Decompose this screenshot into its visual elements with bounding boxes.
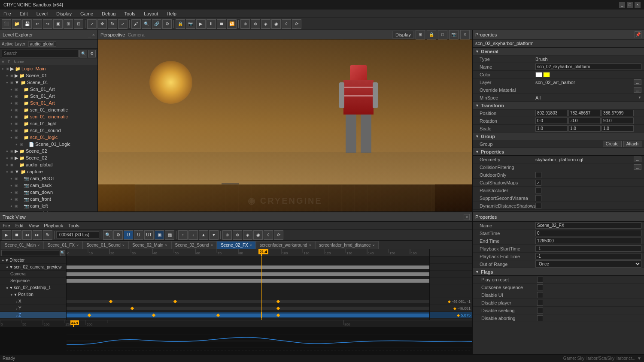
track-key3-btn[interactable]: UT [144,230,154,240]
close-button[interactable]: × [635,2,641,8]
toolbar-misc2[interactable]: ⊗ [251,19,260,29]
level-explorer-search-btn[interactable]: 🔍 [79,50,87,57]
track-loop-btn[interactable]: ↻ [43,230,52,240]
viewport-close-btn[interactable]: × [460,30,470,39]
toolbar-loop[interactable]: 🔁 [227,19,237,29]
track-key5-btn[interactable]: ▦ [165,230,174,240]
bottom-prop-name-input[interactable] [535,222,641,229]
menu-tools[interactable]: Tools [122,10,137,17]
timeline-row-z[interactable] [67,312,429,319]
toolbar-pause[interactable]: ⏸ [207,19,216,29]
tab-scene02-main[interactable]: Scene_02_Main × [128,241,171,249]
level-explorer-settings-btn[interactable]: ⚙ [88,50,96,57]
track-search-btn[interactable]: 🔍 [60,250,65,256]
list-item[interactable]: ● ▣ 📷 cam_down [0,189,97,196]
list-item[interactable]: ● ▣ ▼ 📁 Scene_01 [0,79,97,86]
track-view-menu-file[interactable]: File [3,223,10,228]
prop-create-btn[interactable]: Create [603,141,622,147]
prop-secondvisarea-checkbox[interactable] [535,195,541,201]
track-key2-btn[interactable]: U [134,230,143,240]
toolbar-undo[interactable]: ↩ [33,19,42,29]
track-item-postship[interactable]: ● ▼ scn_02_postship_1 [0,284,66,291]
track-item-position[interactable]: ● ▼ Position [0,291,66,298]
tab-close[interactable]: × [211,243,213,247]
toolbar-open[interactable]: 📁 [12,19,21,29]
toolbar-camera[interactable]: 📷 [186,19,195,29]
toolbar-stop[interactable]: ⏹ [217,19,226,29]
track-misc5[interactable]: ⊕ [222,230,232,240]
list-item[interactable]: ● ▣ 📁 scn_01_cinematic [0,113,97,120]
prop-position-y[interactable] [568,110,601,116]
list-item[interactable]: ● ▣ ▼ 📁 capture [0,168,97,175]
bottom-prop-starttime-input[interactable] [535,230,641,236]
prop-castshadow-checkbox[interactable]: ✓ [535,180,541,186]
track-search-input[interactable] [1,250,59,256]
toolbar-play[interactable]: ▶ [196,19,206,29]
toolbar-redo[interactable]: ↪ [43,19,52,29]
tab-scene01-main[interactable]: Scene_01_Main × [1,241,44,249]
level-explorer-minimize[interactable]: _ [88,32,91,37]
list-item[interactable]: ● ▣ 📁 scn_01_sound [0,127,97,134]
track-view-close[interactable]: × [464,214,470,220]
tab-screenfader-hmd[interactable]: screenfader_hmd_distance × [315,241,379,249]
list-item[interactable]: ● ▣ 📁 Scn_01_Art [0,93,97,100]
track-item-y[interactable]: ⬦ Y [0,305,66,312]
prop-geometry-btn[interactable]: ... [634,157,641,162]
prop-position-x[interactable] [535,110,568,116]
flag-disable-ui-checkbox[interactable] [537,292,543,298]
prop-override-btn[interactable]: ... [634,87,641,93]
track-item-director[interactable]: ● ▼ Director [0,257,66,264]
toolbar-select[interactable]: ↗ [87,19,97,29]
toolbar-magnet[interactable]: ⚙ [162,19,172,29]
track-view-menu-edit[interactable]: Edit [15,223,24,228]
tab-close[interactable]: × [37,243,39,247]
toolbar-new[interactable]: ⬛ [2,19,11,29]
section-flags[interactable]: ▼ Flags [473,268,644,276]
bottom-prop-outofrange-select[interactable]: Once Loop Constant [535,260,641,268]
tab-screenfader-workaround[interactable]: screenfader_workaround × [256,241,315,249]
tab-close[interactable]: × [373,243,375,247]
section-group[interactable]: ▼ Group [473,133,644,140]
toolbar-misc5[interactable]: ◊ [282,19,291,29]
track-item-sequence[interactable]: Sequence [0,278,66,284]
track-play-btn[interactable]: ▶ [2,230,11,240]
viewport-maximize-btn[interactable]: □ [438,30,447,39]
list-item[interactable]: ● ▣ ▶ 📁 Logic_Main [0,65,97,72]
list-item[interactable]: ● ▣ 📁 audio_global [0,161,97,168]
tab-scene01-sound[interactable]: Scene_01_Sound × [82,241,128,249]
list-item[interactable]: ● ▣ 📷 cam_back [0,182,97,189]
tab-scene02-sound[interactable]: Scene_02_Sound × [171,241,217,249]
viewport-lock-btn[interactable]: 🔒 [427,30,436,39]
menu-edit[interactable]: Edit [18,10,30,17]
track-zoom-in[interactable]: 🔍 [103,230,112,240]
track-view-menu-view[interactable]: View [29,223,39,228]
menu-debug[interactable]: Debug [100,10,117,17]
tab-close[interactable]: × [165,243,167,247]
track-key4-btn[interactable]: ▣ [155,230,164,240]
list-item[interactable]: ● ▣ 📁 Scn_01_Art [0,86,97,93]
toolbar-misc3[interactable]: ◈ [261,19,270,29]
list-item[interactable]: ● ▣ 📁 Scn_01_Art [0,100,97,106]
bottom-prop-pb-endtime-input[interactable] [535,253,641,259]
minimize-button[interactable]: _ [619,2,625,8]
viewport-snap-btn[interactable]: 📷 [449,30,459,39]
tab-close[interactable]: × [309,243,311,247]
prop-name-input[interactable] [535,63,641,70]
toolbar-link[interactable]: 🔗 [152,19,161,29]
menu-help[interactable]: Help [165,10,178,17]
track-misc3[interactable]: ▲ [199,230,208,240]
prop-outdoor-checkbox[interactable] [535,172,541,178]
track-prev-btn[interactable]: ⏮ [22,230,32,240]
track-item-x[interactable]: ⬦ X [0,298,66,305]
menu-layout[interactable]: Layout [142,10,160,17]
prop-rotation-y[interactable] [568,118,601,124]
section-general[interactable]: ▼ General [473,48,644,55]
properties-pin-btn[interactable]: 📌 [635,31,641,38]
toolbar-misc4[interactable]: ◉ [271,19,281,29]
track-misc4[interactable]: ▼ [209,230,219,240]
list-item[interactable]: ● ▣ 📁 scn_01_cinematic [0,106,97,113]
flag-play-on-reset-checkbox[interactable] [537,277,543,283]
toolbar-brush[interactable]: 🖌 [131,19,141,29]
flag-disable-aborting-checkbox[interactable] [537,315,543,321]
list-item[interactable]: ● ▣ 📷 cam_left [0,202,97,209]
